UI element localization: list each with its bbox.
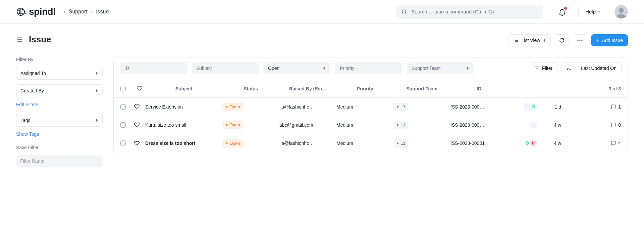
logo[interactable]: spindl bbox=[16, 6, 55, 17]
tags-select[interactable]: Tags ▲▼ bbox=[16, 114, 103, 127]
cell-comments[interactable]: 4 bbox=[561, 140, 621, 146]
cell-subject[interactable]: Dress size is too short bbox=[145, 140, 222, 146]
filter-status[interactable]: Open▲▼ bbox=[263, 62, 330, 74]
breadcrumb-issue[interactable]: Issue bbox=[96, 9, 109, 15]
search-box[interactable] bbox=[396, 5, 543, 19]
svg-point-3 bbox=[578, 40, 579, 41]
col-status[interactable]: Status bbox=[222, 86, 279, 91]
assigned-to-label: Assigned To bbox=[20, 71, 46, 76]
cell-subject[interactable]: Kurta size too small bbox=[145, 122, 222, 128]
filter-name-input[interactable] bbox=[16, 155, 103, 167]
row-checkbox[interactable] bbox=[120, 140, 126, 146]
table-row[interactable]: Kurta size too small Open abc@gmail.com … bbox=[114, 116, 627, 134]
breadcrumb-support[interactable]: Support bbox=[69, 9, 88, 15]
filter-team[interactable]: Support Team▲▼ bbox=[407, 62, 474, 74]
svg-point-2 bbox=[619, 8, 624, 13]
cell-priority: Medium bbox=[336, 140, 393, 146]
show-tags-link[interactable]: Show Tags bbox=[16, 131, 103, 137]
col-subject[interactable]: Subject bbox=[145, 86, 222, 91]
cell-avatars: LD bbox=[507, 103, 538, 111]
row-count: 3 of 3 bbox=[561, 86, 621, 91]
filter-icon bbox=[535, 66, 539, 71]
table-row[interactable]: Service Extension Open lia@fashionho… Me… bbox=[114, 98, 627, 116]
cell-raised-by: lia@fashionho… bbox=[279, 104, 336, 110]
search-input[interactable] bbox=[411, 9, 538, 14]
sort-arrows-icon: ▲▼ bbox=[95, 119, 98, 122]
filter-button[interactable]: Filter bbox=[530, 62, 557, 74]
col-raised-by[interactable]: Raised By (Em… bbox=[279, 86, 336, 91]
add-issue-button[interactable]: + Add Issue bbox=[591, 34, 628, 46]
plus-icon: + bbox=[596, 37, 599, 43]
help-menu[interactable]: Help bbox=[578, 7, 604, 16]
row-checkbox[interactable] bbox=[120, 104, 126, 110]
issues-table-card: ID Subject Open▲▼ Priority Support Team▲… bbox=[113, 57, 628, 153]
comment-icon bbox=[611, 104, 616, 110]
heart-icon[interactable] bbox=[134, 103, 140, 109]
cell-comments[interactable]: 0 bbox=[561, 122, 621, 128]
more-button[interactable] bbox=[573, 34, 587, 46]
refresh-button[interactable] bbox=[555, 34, 569, 46]
comment-count: 0 bbox=[618, 122, 621, 128]
team-badge: L1 bbox=[393, 139, 409, 148]
cell-id: ISS-2023-000… bbox=[450, 122, 507, 128]
heart-icon[interactable] bbox=[137, 85, 143, 91]
col-priority[interactable]: Priority bbox=[336, 86, 393, 91]
sort-arrows-icon: ▲▼ bbox=[95, 89, 98, 92]
cell-subject[interactable]: Service Extension bbox=[145, 104, 222, 110]
cell-priority: Medium bbox=[336, 104, 393, 110]
edit-filters-link[interactable]: Edit Filters bbox=[16, 102, 103, 107]
filter-id[interactable]: ID bbox=[120, 62, 187, 74]
yarn-icon bbox=[16, 6, 27, 17]
assignee-avatar: D bbox=[530, 103, 538, 111]
cell-time: 1 d bbox=[538, 104, 561, 110]
assignee-avatar: M bbox=[530, 139, 538, 147]
svg-point-4 bbox=[580, 40, 581, 41]
table-filter-bar: ID Subject Open▲▼ Priority Support Team▲… bbox=[114, 57, 628, 79]
status-badge: Open bbox=[222, 103, 244, 111]
row-checkbox[interactable] bbox=[120, 122, 126, 128]
cell-avatars: DM bbox=[507, 139, 538, 147]
cell-raised-by: abc@gmail.com bbox=[279, 122, 336, 128]
comment-icon bbox=[611, 122, 616, 128]
heart-icon[interactable] bbox=[134, 121, 140, 127]
view-label: List View bbox=[522, 38, 540, 43]
cell-id: ISS-2023-000… bbox=[450, 104, 507, 110]
view-switcher[interactable]: List View ▲▼ bbox=[508, 34, 551, 46]
save-filter-heading: Save Filter bbox=[16, 145, 103, 150]
svg-point-1 bbox=[402, 10, 406, 13]
assignee-avatar: L bbox=[530, 121, 538, 129]
filter-subject[interactable]: Subject bbox=[192, 62, 259, 74]
sort-arrows-icon: ▲▼ bbox=[323, 67, 326, 70]
user-avatar[interactable] bbox=[614, 5, 628, 18]
filter-priority[interactable]: Priority bbox=[335, 62, 402, 74]
cell-comments[interactable]: 1 bbox=[561, 104, 621, 110]
heart-icon[interactable] bbox=[134, 140, 140, 146]
brand-text: spindl bbox=[29, 6, 55, 17]
select-all-checkbox[interactable] bbox=[120, 86, 126, 91]
tags-label: Tags bbox=[20, 118, 31, 123]
table-row[interactable]: Dress size is too short Open lia@fashion… bbox=[114, 134, 627, 152]
status-badge: Open bbox=[222, 139, 244, 148]
notifications-button[interactable] bbox=[558, 8, 566, 16]
sidebar: Issue Filter By Assigned To ▲▼ Created B… bbox=[16, 34, 103, 167]
search-icon bbox=[401, 9, 407, 15]
cell-id: ISS-2023-00001 bbox=[450, 140, 507, 146]
menu-icon[interactable] bbox=[16, 36, 23, 43]
cell-time: 4 w bbox=[538, 140, 561, 146]
team-badge: L1 bbox=[393, 121, 409, 129]
assigned-to-select[interactable]: Assigned To ▲▼ bbox=[16, 67, 103, 80]
sort-arrows-icon: ▲▼ bbox=[543, 39, 546, 42]
comment-count: 4 bbox=[618, 140, 621, 146]
sort-button[interactable] bbox=[561, 62, 576, 74]
table-header-row: Subject Status Raised By (Em… Priority S… bbox=[114, 80, 627, 98]
col-team[interactable]: Support Team bbox=[393, 86, 450, 91]
sort-field[interactable]: Last Updated On bbox=[576, 62, 622, 74]
created-by-select[interactable]: Created By ▲▼ bbox=[16, 84, 103, 97]
col-id[interactable]: ID bbox=[450, 86, 507, 91]
team-badge: L1 bbox=[393, 103, 409, 111]
created-by-label: Created By bbox=[20, 88, 44, 93]
page-title: Issue bbox=[29, 34, 51, 45]
main-content: List View ▲▼ + Add Issue ID Subject Open… bbox=[113, 34, 628, 167]
status-badge: Open bbox=[222, 121, 244, 129]
help-label: Help bbox=[585, 9, 596, 14]
